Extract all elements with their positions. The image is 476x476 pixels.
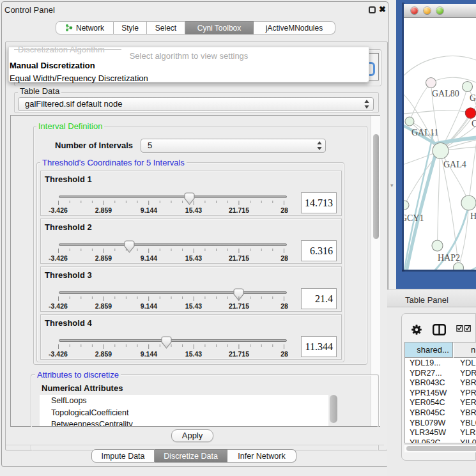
svg-text:HAP2: HAP2 bbox=[438, 253, 460, 263]
svg-text:GA: GA bbox=[470, 93, 476, 103]
svg-text:GAL80: GAL80 bbox=[432, 89, 459, 98]
svg-text:HA: HA bbox=[470, 211, 476, 221]
svg-text:GAL11: GAL11 bbox=[411, 128, 438, 137]
svg-text:GAL4: GAL4 bbox=[443, 160, 466, 169]
svg-text:GCY1: GCY1 bbox=[404, 213, 424, 223]
svg-text:C: C bbox=[472, 119, 476, 128]
